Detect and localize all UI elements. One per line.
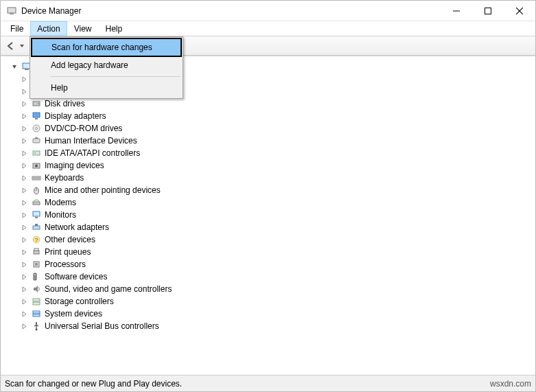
device-tree[interactable]: BluetoothComputerDisk drivesDisplay adap… (1, 56, 535, 375)
expand-icon[interactable] (20, 211, 28, 219)
menu-action[interactable]: Action (30, 21, 67, 36)
tree-item-label: Print queues (45, 247, 91, 257)
expand-icon[interactable] (20, 322, 28, 330)
expand-icon[interactable] (20, 223, 28, 231)
expand-icon[interactable] (20, 100, 28, 108)
expand-icon[interactable] (20, 149, 28, 157)
tree-item-label: Imaging devices (45, 161, 104, 170)
title-bar: Device Manager (1, 1, 535, 21)
expand-icon[interactable] (20, 87, 28, 95)
mouse-icon (31, 185, 42, 196)
menu-item-label: Add legacy hardware (51, 60, 128, 70)
back-button[interactable] (3, 38, 27, 54)
tree-item-label: Network adapters (45, 222, 109, 232)
menu-view[interactable]: View (67, 21, 99, 36)
tree-item[interactable]: Disk drives (10, 97, 535, 110)
svg-rect-33 (35, 217, 38, 218)
menu-item-label: Scan for hardware changes (51, 43, 152, 52)
monitor-icon (31, 209, 42, 220)
imaging-icon (31, 160, 42, 171)
display-icon (31, 111, 42, 122)
disk-icon (31, 98, 42, 109)
menu-item-add-legacy[interactable]: Add legacy hardware (32, 56, 181, 74)
watermark-text: wsxdn.com (490, 379, 531, 389)
menu-item-help[interactable]: Help (32, 79, 181, 97)
expand-icon[interactable] (20, 75, 28, 83)
tree-item-label: Human Interface Devices (45, 136, 137, 146)
close-button[interactable] (504, 1, 535, 21)
window-title: Device Manager (21, 6, 81, 16)
dvd-icon (31, 123, 42, 134)
svg-rect-45 (33, 302, 40, 305)
maximize-button[interactable] (472, 1, 504, 21)
svg-rect-18 (35, 137, 38, 139)
tree-item-label: Keyboards (45, 173, 84, 183)
svg-rect-1 (10, 13, 14, 14)
svg-rect-14 (35, 118, 38, 119)
tree-item[interactable]: Processors (10, 258, 535, 270)
svg-rect-0 (8, 8, 16, 13)
tree-item-label: Monitors (45, 210, 76, 220)
tree-item[interactable]: DVD/CD-ROM drives (10, 122, 535, 135)
svg-text:?: ? (35, 237, 38, 243)
tree-item[interactable]: Keyboards (10, 172, 535, 184)
expand-icon[interactable] (20, 137, 28, 145)
svg-rect-3 (485, 8, 491, 14)
expand-icon[interactable] (20, 297, 28, 305)
expand-icon[interactable] (20, 273, 28, 281)
tree-item-label: DVD/CD-ROM drives (45, 124, 122, 133)
svg-rect-34 (33, 226, 40, 229)
svg-point-16 (36, 128, 38, 130)
sound-icon (31, 284, 42, 295)
tree-item[interactable]: Imaging devices (10, 159, 535, 172)
tree-item[interactable]: Human Interface Devices (10, 135, 535, 147)
menu-help[interactable]: Help (99, 21, 130, 36)
tree-item[interactable]: Software devices (10, 270, 535, 283)
svg-rect-39 (34, 249, 38, 251)
tree-item[interactable]: IDE ATA/ATAPI controllers (10, 147, 535, 159)
expand-icon[interactable] (20, 248, 28, 256)
tree-item-label: System devices (45, 309, 102, 319)
tree-item[interactable]: Monitors (10, 209, 535, 221)
tree-item-label: Modems (45, 198, 76, 207)
svg-point-12 (38, 103, 39, 104)
expand-icon[interactable] (20, 186, 28, 194)
tree-item[interactable]: Sound, video and game controllers (10, 283, 535, 295)
tree-item-label: Universal Serial Bus controllers (45, 321, 159, 331)
tree-item[interactable]: Mice and other pointing devices (10, 184, 535, 196)
svg-point-50 (36, 329, 38, 331)
svg-rect-31 (33, 202, 40, 205)
minimize-button[interactable] (441, 1, 472, 21)
expand-icon[interactable] (20, 198, 28, 207)
storage-icon (31, 296, 42, 307)
software-icon (31, 271, 42, 282)
tree-item[interactable]: Network adapters (10, 221, 535, 233)
tree-item[interactable]: Universal Serial Bus controllers (10, 320, 535, 332)
expand-icon[interactable] (20, 161, 28, 170)
tree-item[interactable]: ?Other devices (10, 233, 535, 246)
tree-item[interactable]: Modems (10, 196, 535, 209)
menu-file[interactable]: File (3, 21, 30, 36)
tree-item[interactable]: System devices (10, 308, 535, 320)
expand-icon[interactable] (20, 235, 28, 244)
network-icon (31, 222, 42, 233)
expand-icon[interactable] (20, 124, 28, 132)
tree-item-label: Display adapters (45, 111, 106, 121)
expand-icon[interactable] (20, 285, 28, 293)
svg-rect-17 (33, 139, 40, 143)
svg-rect-46 (33, 311, 40, 316)
expand-icon[interactable] (20, 310, 28, 318)
expand-icon[interactable] (20, 112, 28, 120)
menu-item-scan-hardware[interactable]: Scan for hardware changes (31, 38, 182, 57)
expand-icon[interactable] (20, 260, 28, 268)
svg-point-43 (34, 274, 36, 275)
print-icon (31, 246, 42, 257)
modem-icon (31, 197, 42, 208)
tree-item[interactable]: Print queues (10, 246, 535, 258)
expand-icon[interactable] (20, 174, 28, 182)
tree-item-label: Other devices (45, 235, 95, 244)
tree-item[interactable]: Display adapters (10, 110, 535, 122)
menu-separator (51, 76, 180, 77)
tree-item[interactable]: Storage controllers (10, 295, 535, 308)
disclosure-icon[interactable] (10, 62, 19, 71)
